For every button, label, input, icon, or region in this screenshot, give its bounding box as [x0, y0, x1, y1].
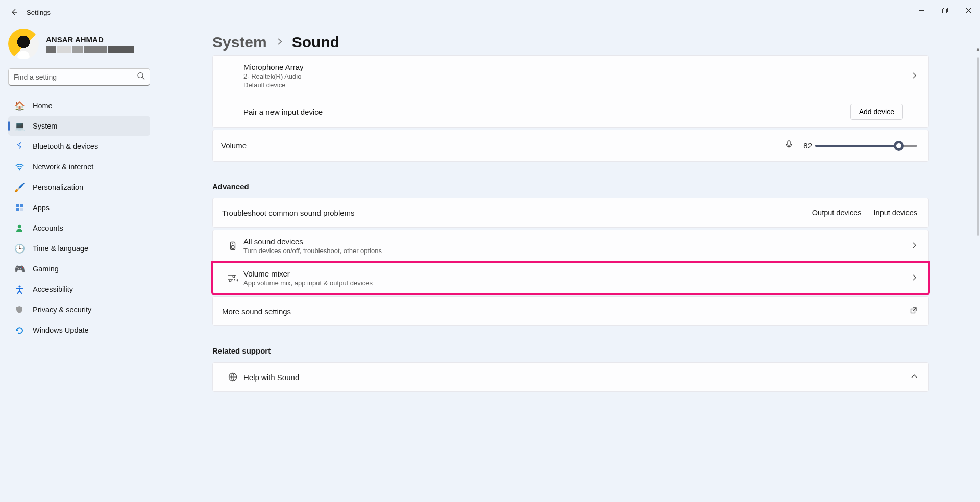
troubleshoot-card: Troubleshoot common sound problems Outpu…	[212, 198, 929, 228]
system-icon: 💻	[14, 121, 24, 131]
nav-bluetooth[interactable]: Bluetooth & devices	[8, 137, 150, 156]
svg-rect-1	[942, 9, 946, 13]
brush-icon: 🖌️	[14, 182, 24, 192]
more-sound-settings-row[interactable]: More sound settings	[212, 296, 929, 326]
help-with-sound-row[interactable]: Help with Sound	[212, 362, 929, 392]
user-email-redacted	[46, 46, 134, 53]
mixer-sub: App volume mix, app input & output devic…	[243, 279, 911, 287]
svg-rect-7	[20, 208, 23, 211]
back-button[interactable]	[4, 2, 24, 22]
input-devices-card: Microphone Array 2- Realtek(R) Audio Def…	[212, 55, 929, 128]
svg-rect-5	[20, 204, 23, 207]
all-sound-title: All sound devices	[243, 237, 911, 246]
accessibility-icon	[14, 284, 24, 294]
clock-icon: 🕒	[14, 243, 24, 254]
troubleshoot-label: Troubleshoot common sound problems	[222, 209, 812, 217]
output-devices-link[interactable]: Output devices	[812, 209, 862, 217]
breadcrumb-current: Sound	[292, 34, 339, 51]
all-sound-devices-row[interactable]: All sound devices Turn devices on/off, t…	[212, 230, 929, 262]
microphone-icon[interactable]	[785, 140, 793, 151]
home-icon: 🏠	[14, 101, 24, 111]
nav-update[interactable]: Windows Update	[8, 320, 150, 340]
maximize-button[interactable]	[933, 0, 957, 20]
nav-accessibility[interactable]: Accessibility	[8, 280, 150, 299]
section-advanced: Advanced	[212, 182, 929, 191]
pair-label: Pair a new input device	[243, 108, 850, 116]
chevron-right-icon	[911, 273, 917, 283]
external-link-icon	[910, 307, 917, 316]
volume-value: 82	[803, 141, 812, 150]
breadcrumb-parent[interactable]: System	[212, 34, 267, 51]
svg-point-8	[18, 225, 21, 228]
nav-label: Network & internet	[33, 163, 93, 171]
more-label: More sound settings	[222, 307, 910, 316]
bluetooth-icon	[14, 141, 24, 152]
nav-label: Time & language	[33, 244, 88, 253]
svg-point-12	[232, 243, 233, 244]
nav-apps[interactable]: Apps	[8, 198, 150, 217]
svg-rect-4	[16, 204, 19, 207]
nav-accounts[interactable]: Accounts	[8, 218, 150, 238]
nav-time[interactable]: 🕒Time & language	[8, 239, 150, 258]
search-input[interactable]	[8, 68, 150, 86]
nav-system[interactable]: 💻System	[8, 116, 150, 136]
svg-rect-10	[788, 141, 790, 145]
shield-icon	[14, 305, 24, 315]
scroll-up-arrow-icon: ▲	[975, 46, 980, 52]
nav-home[interactable]: 🏠Home	[8, 96, 150, 115]
chevron-right-icon	[276, 38, 283, 47]
nav-label: Personalization	[33, 183, 83, 191]
nav-label: Privacy & security	[33, 306, 91, 314]
search-icon	[137, 72, 145, 82]
chevron-up-icon	[911, 372, 917, 382]
arrow-left-icon	[10, 8, 18, 16]
pair-device-row: Pair a new input device Add device	[213, 96, 928, 127]
person-icon	[14, 223, 24, 233]
nav-personalization[interactable]: 🖌️Personalization	[8, 178, 150, 197]
nav-network[interactable]: Network & internet	[8, 157, 150, 177]
window-title: Settings	[27, 9, 51, 16]
nav-label: Bluetooth & devices	[33, 142, 98, 150]
mic-sub1: 2- Realtek(R) Audio	[243, 72, 911, 80]
volume-mixer-row[interactable]: Volume mixer App volume mix, app input &…	[212, 262, 929, 294]
maximize-icon	[942, 8, 948, 13]
chevron-right-icon	[911, 241, 917, 250]
svg-point-9	[18, 285, 20, 287]
update-icon	[14, 325, 24, 335]
minimize-button[interactable]	[910, 0, 933, 20]
nav-label: Gaming	[33, 265, 59, 273]
apps-icon	[14, 203, 24, 213]
chevron-right-icon	[911, 71, 917, 81]
volume-slider[interactable]	[815, 145, 917, 147]
help-label: Help with Sound	[243, 373, 911, 382]
nav-label: Home	[33, 102, 53, 110]
nav-label: Apps	[33, 204, 50, 212]
add-device-button[interactable]: Add device	[850, 104, 903, 120]
volume-label: Volume	[221, 141, 785, 150]
mixer-icon	[222, 273, 243, 283]
user-profile[interactable]: ANSAR AHMAD	[8, 29, 150, 59]
nav-privacy[interactable]: Privacy & security	[8, 300, 150, 319]
svg-point-3	[19, 169, 20, 170]
mixer-title: Volume mixer	[243, 269, 911, 278]
wifi-icon	[14, 162, 24, 172]
breadcrumb: System Sound	[212, 34, 929, 51]
nav-label: Accessibility	[33, 285, 73, 293]
nav-label: System	[33, 122, 57, 130]
close-button[interactable]	[957, 0, 980, 20]
nav-label: Accounts	[33, 224, 63, 232]
microphone-row[interactable]: Microphone Array 2- Realtek(R) Audio Def…	[213, 56, 928, 96]
avatar	[8, 29, 39, 59]
globe-icon	[222, 372, 243, 382]
all-sound-sub: Turn devices on/off, troubleshoot, other…	[243, 247, 911, 255]
input-devices-link[interactable]: Input devices	[874, 209, 917, 217]
close-icon	[966, 8, 971, 13]
scrollbar[interactable]: ▲	[977, 57, 979, 236]
mic-title: Microphone Array	[243, 63, 911, 71]
minimize-icon	[919, 8, 924, 13]
gamepad-icon: 🎮	[14, 264, 24, 274]
nav-gaming[interactable]: 🎮Gaming	[8, 259, 150, 279]
svg-point-2	[138, 73, 143, 78]
search-container	[8, 68, 150, 86]
mic-sub2: Default device	[243, 81, 911, 89]
